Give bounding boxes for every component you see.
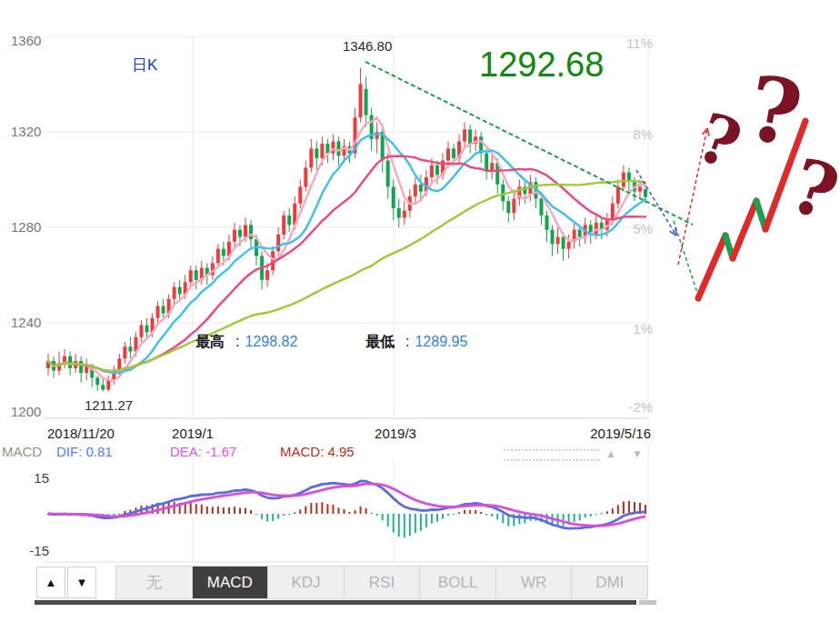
date-tick: 2018/11/20 [47,426,115,441]
macd-hist-bar [337,507,339,514]
candle-body [309,148,313,167]
candle-body [644,189,647,197]
price-tick: 1240 [11,315,49,330]
macd-hist-bar [228,507,230,514]
price-tick: 1320 [11,124,49,139]
candle-body [106,380,110,390]
macd-hist-bar [458,512,460,514]
candle-body [249,225,253,239]
macd-hist-bar [393,514,395,533]
candle-body [189,270,193,282]
candle-body [244,225,247,236]
macd-hist-bar [294,512,295,514]
macd-hist-bar [245,508,246,514]
macd-hist-bar [585,514,586,517]
candle-body [95,377,99,385]
macd-hist-bar [574,514,575,522]
macd-hist-bar [469,510,471,514]
candle-body [616,186,620,203]
pane-up-icon[interactable]: ▲ [605,447,616,460]
candle-body [539,199,543,216]
tab-boll[interactable]: BOLL [420,567,496,598]
macd-hist-bar [223,507,225,514]
candle-body [156,306,160,318]
macd-hist-bar [496,514,498,519]
candle-body [551,230,555,245]
session-high: 最高:1298.82 [195,333,297,352]
candle-body [430,166,434,177]
tab-wr[interactable]: WR [496,567,573,598]
candle-body [386,161,390,187]
macd-hist-bar [480,512,482,514]
scroll-down-button[interactable]: ▼ [67,567,96,598]
macd-scale-top: 15 [27,470,49,486]
macd-hist-bar [174,502,175,514]
macd-hist-bar [277,514,279,519]
macd-hist-bar [355,510,356,514]
pane-resize-handle[interactable] [504,449,600,461]
price-tick: 1200 [11,404,49,419]
candle-body [287,216,291,226]
tab-none[interactable]: 无 [116,567,193,598]
candle-body [315,148,318,158]
macd-hist-bar [255,514,257,515]
tab-kdj[interactable]: KDJ [268,567,345,598]
pane-down-icon[interactable]: ▼ [632,447,643,460]
macd-hist-bar [420,514,422,531]
macd-hist-bar [326,504,328,514]
macd-hist-bar [299,509,301,514]
macd-hist-bar [485,514,487,515]
colon: : [405,334,409,349]
question-mark-2: ? [740,55,810,166]
candle-body [392,186,395,208]
macd-panel-title: MACD [2,444,42,459]
candle-body [128,346,132,351]
macd-hist-bar [579,514,581,520]
candle-body [195,270,198,280]
macd-hist-bar [206,507,208,514]
macd-hist-bar [595,514,597,515]
tab-dmi[interactable]: DMI [572,567,647,598]
macd-hist-bar [201,505,203,514]
candle-body [490,163,494,170]
candle-body [145,326,149,333]
macd-hist-bar [315,503,317,514]
tab-rsi[interactable]: RSI [345,567,421,598]
candle-body [162,306,165,314]
kline-type-label: 日K [132,55,157,75]
macd-hist-bar [321,502,323,514]
candle-body [506,201,510,213]
tabbar-scrollbar-nub[interactable] [639,600,656,605]
projected-drop-line [674,221,700,301]
macd-hist-bar [442,514,444,518]
macd-hist-bar [343,509,345,514]
ma10-line [48,134,645,373]
macd-hist-bar [563,514,565,527]
candle-body [359,85,363,118]
macd-hist-bar [628,501,630,514]
macd-hist-bar [398,514,400,537]
current-price: 1292.68 [479,45,604,85]
macd-hist-bar [310,503,312,514]
macd-hist-bar [217,507,219,514]
macd-hist-bar [283,514,285,516]
candle-body [123,346,126,358]
candle-body [282,216,285,235]
macd-hist-bar [590,514,592,517]
ma20-line [48,156,645,371]
scroll-up-button[interactable]: ▲ [36,567,65,598]
tab-macd[interactable]: MACD [193,567,269,598]
tabbar-scrollbar[interactable] [35,600,636,605]
macd-hist-bar [518,514,520,524]
peak-price-label: 1346.80 [343,38,392,54]
price-chart-canvas[interactable]: ??? [0,0,840,622]
candle-body [233,230,236,242]
candle-body [595,223,598,235]
candle-body [403,211,406,218]
candle-body [414,185,417,196]
candle-body [79,361,83,373]
session-high-label: 最高 [195,334,225,349]
macd-hist-bar [431,514,433,524]
pct-tick: 8% [613,126,653,142]
session-high-value: 1298.82 [245,334,297,349]
